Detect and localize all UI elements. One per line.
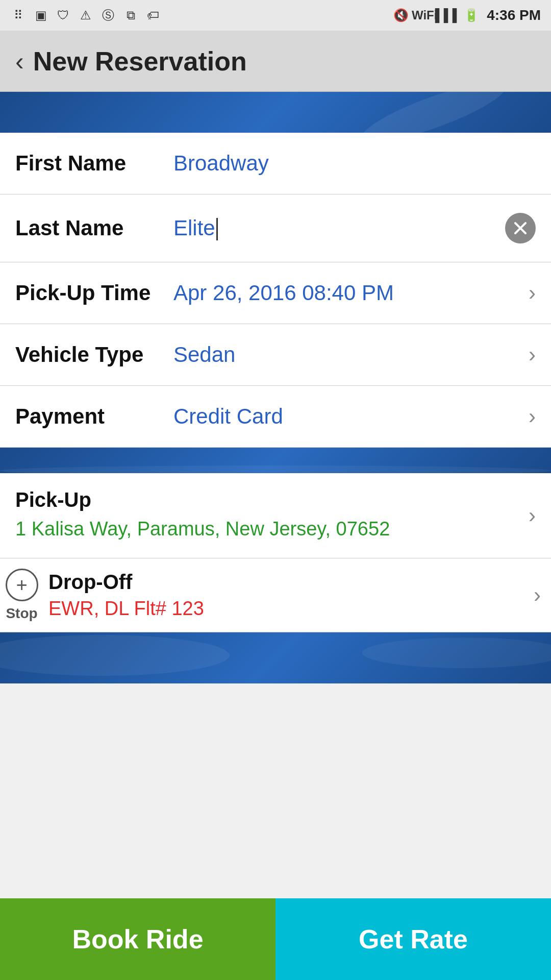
header: ‹ New Reservation [0,31,551,92]
pickup-time-value[interactable]: Apr 26, 2016 08:40 PM [168,281,523,305]
status-icons-right: 🔇 WiFi ▌▌▌ 🔋 4:36 PM [393,7,541,23]
last-name-row[interactable]: Last Name Elite [0,194,551,262]
pickup-time-row[interactable]: Pick-Up Time Apr 26, 2016 08:40 PM › [0,262,551,324]
payment-chevron: › [529,404,536,429]
vehicle-type-row[interactable]: Vehicle Type Sedan › [0,324,551,386]
image-icon: ▣ [33,7,49,23]
clear-button[interactable] [505,213,536,243]
dropoff-content: Drop-Off EWR, DL Flt# 123 [43,571,534,620]
page-title: New Reservation [33,46,247,77]
shield-icon: 🛡 [55,7,71,23]
menu-icon: ⠿ [10,7,27,23]
status-icons-left: ⠿ ▣ 🛡 ⚠ Ⓢ ⧉ 🏷 [10,7,161,23]
dropoff-chevron: › [534,583,541,607]
pickup-time-label: Pick-Up Time [15,281,168,305]
battery-icon: 🔋 [463,7,480,23]
add-icon: + [16,574,27,596]
dropoff-value[interactable]: EWR, DL Flt# 123 [48,598,529,620]
alert-icon: ⚠ [78,7,94,23]
text-cursor [216,218,218,240]
status-bar: ⠿ ▣ 🛡 ⚠ Ⓢ ⧉ 🏷 🔇 WiFi ▌▌▌ 🔋 4:36 PM [0,0,551,31]
back-button[interactable]: ‹ [15,48,24,74]
vehicle-type-chevron: › [529,342,536,367]
s-icon: Ⓢ [100,7,116,23]
pickup-content: Pick-Up 1 Kalisa Way, Paramus, New Jerse… [15,488,523,543]
vehicle-type-value[interactable]: Sedan [168,342,523,367]
get-rate-button[interactable]: Get Rate [276,898,551,980]
book-ride-button[interactable]: Book Ride [0,898,276,980]
form-area: First Name Broadway Last Name Elite Pi [0,133,551,448]
location-section: Pick-Up 1 Kalisa Way, Paramus, New Jerse… [0,473,551,632]
first-name-row[interactable]: First Name Broadway [0,133,551,194]
pickup-address[interactable]: 1 Kalisa Way, Paramus, New Jersey, 07652 [15,516,523,543]
stop-side: + Stop [0,569,43,622]
pickup-time-chevron: › [529,281,536,305]
pickup-label: Pick-Up [15,488,523,511]
payment-row[interactable]: Payment Credit Card › [0,386,551,448]
stop-label: Stop [6,605,37,622]
copy-icon: ⧉ [122,7,139,23]
first-name-label: First Name [15,151,168,176]
last-name-value[interactable]: Elite [168,216,505,241]
first-name-value[interactable]: Broadway [168,151,536,176]
tag-icon: 🏷 [145,7,161,23]
last-name-label: Last Name [15,216,168,240]
payment-label: Payment [15,404,168,429]
payment-value[interactable]: Credit Card [168,404,523,429]
vehicle-type-label: Vehicle Type [15,342,168,367]
signal-icon: ▌▌▌ [440,7,456,23]
add-stop-button[interactable]: + [6,569,38,601]
middle-divider [0,448,551,473]
pickup-row[interactable]: Pick-Up 1 Kalisa Way, Paramus, New Jerse… [0,473,551,558]
dropoff-row[interactable]: + Stop Drop-Off EWR, DL Flt# 123 › [0,558,551,632]
mute-icon: 🔇 [393,7,409,23]
dropoff-label: Drop-Off [48,571,529,594]
time-display: 4:36 PM [487,7,541,23]
bottom-wave [0,632,551,683]
wifi-icon: WiFi [416,7,433,23]
bottom-buttons: Book Ride Get Rate [0,898,551,980]
pickup-chevron: › [529,503,536,528]
top-banner [0,92,551,133]
